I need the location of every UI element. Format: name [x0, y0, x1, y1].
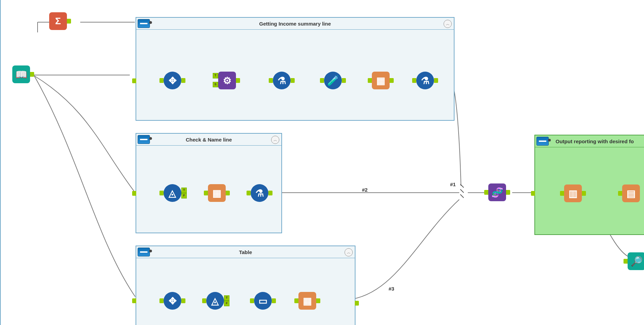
table-tool-icon[interactable]: ▦ — [298, 292, 316, 310]
input-anchor[interactable] — [624, 259, 628, 264]
filter-tool-icon[interactable]: ◬ T F — [206, 292, 224, 310]
input-anchor[interactable] — [560, 191, 564, 196]
output-anchor[interactable] — [291, 78, 295, 83]
output-anchor[interactable] — [30, 72, 34, 77]
container-input-anchor[interactable] — [132, 191, 136, 196]
beaker-icon: 🧪 — [327, 75, 339, 86]
flask-icon: ⚗ — [421, 75, 430, 86]
container-input-anchor[interactable] — [132, 78, 136, 83]
false-output-tag[interactable]: F — [224, 301, 229, 306]
input-anchor[interactable] — [250, 298, 254, 303]
input-anchor[interactable] — [368, 78, 372, 83]
output-anchor[interactable] — [268, 191, 272, 195]
data-cleansing-tool-icon[interactable]: 🧪 — [324, 72, 342, 89]
filter-icon: ◬ — [169, 188, 176, 199]
input-anchor[interactable] — [159, 191, 164, 195]
layout-tool-icon[interactable]: ▥ — [564, 184, 582, 202]
sort-icon: ▭ — [258, 295, 267, 307]
container-title-text: Table — [239, 249, 252, 255]
input-anchor[interactable] — [484, 190, 488, 195]
container-output-anchor[interactable] — [355, 301, 359, 306]
render-tool-icon[interactable]: ▤ — [622, 184, 640, 202]
container-title-text: Getting Income summary line — [259, 21, 331, 27]
output-anchor[interactable] — [236, 78, 240, 83]
union-tool-icon[interactable]: 🧬 — [488, 183, 506, 201]
container-title-text: Check & Name line — [186, 137, 232, 143]
output-anchor[interactable] — [434, 78, 438, 83]
table-icon: ▦ — [303, 295, 312, 307]
move-icon: ✥ — [169, 75, 177, 86]
container-table[interactable]: Table ︿ ✥ ◬ T F ▭ ▦ — [136, 246, 355, 325]
flask-icon: ⚗ — [255, 188, 264, 199]
collapse-button[interactable]: ︿ — [444, 20, 452, 28]
container-title-text: Output reporting with desired fo — [556, 138, 634, 144]
input-anchor[interactable] — [202, 298, 206, 303]
container-income-summary[interactable]: Getting Income summary line ︿ ✥ ⚙ T S ⚗ … — [136, 17, 454, 121]
chevron-up-icon: ︿ — [446, 21, 450, 27]
input-anchor[interactable] — [247, 191, 251, 195]
container-title: Check & Name line — [136, 134, 281, 146]
union-input-label-2: #2 — [362, 187, 368, 193]
output-anchor[interactable] — [67, 19, 71, 24]
true-output-tag[interactable]: T — [181, 188, 187, 193]
formula-tool-2-icon[interactable]: ⚗ — [416, 72, 434, 89]
container-output-reporting[interactable]: Output reporting with desired fo ▥ ▤ — [534, 135, 644, 235]
left-ruler — [0, 0, 1, 325]
layout-icon: ▥ — [569, 188, 577, 199]
flask-icon: ⚗ — [278, 75, 286, 86]
select-tool-icon[interactable]: ✥ — [164, 292, 181, 310]
container-title: Table — [136, 246, 355, 258]
output-anchor[interactable] — [226, 191, 230, 195]
table-icon: ▦ — [212, 188, 221, 199]
container-input-anchor[interactable] — [132, 298, 136, 303]
container-title: Getting Income summary line — [136, 18, 454, 30]
output-anchor[interactable] — [316, 298, 320, 303]
join-tool-icon[interactable]: ⚙ T S — [218, 72, 236, 89]
book-icon: 📖 — [15, 69, 27, 80]
summarize-tool-icon[interactable]: Σ — [49, 12, 67, 30]
edit-icon: ▤ — [627, 188, 635, 199]
input-data-tool-icon[interactable]: 📖 — [12, 65, 30, 83]
input-anchor[interactable] — [618, 191, 622, 196]
output-anchor[interactable] — [181, 78, 185, 83]
collapse-button[interactable]: ︿ — [345, 248, 353, 256]
input-anchor[interactable] — [159, 298, 164, 303]
input-anchor[interactable] — [204, 191, 208, 195]
formula-tool-icon[interactable]: ⚗ — [251, 184, 268, 202]
union-input-label-1: #1 — [450, 181, 456, 187]
input-anchor[interactable] — [159, 78, 164, 83]
container-input-anchor[interactable] — [531, 191, 535, 196]
top-input-tag[interactable]: T — [213, 73, 218, 78]
input-anchor[interactable] — [412, 78, 416, 83]
formula-tool-icon[interactable]: ⚗ — [273, 72, 291, 89]
true-output-tag[interactable]: T — [224, 295, 229, 301]
output-anchor[interactable] — [181, 298, 185, 303]
filter-tool-icon[interactable]: ◬ T F — [164, 184, 181, 202]
workflow-canvas[interactable]: Σ 📖 Getting Income summary line ︿ ✥ ⚙ T … — [0, 0, 644, 325]
table-tool-icon[interactable]: ▦ — [208, 184, 226, 202]
source-input-tag[interactable]: S — [213, 82, 218, 87]
union-input-label-3: #3 — [389, 286, 394, 292]
container-check-name[interactable]: Check & Name line ︿ ◬ T F ▦ ⚗ — [136, 133, 282, 233]
false-output-tag[interactable]: F — [181, 193, 187, 198]
output-anchor[interactable] — [582, 191, 586, 196]
output-anchor[interactable] — [390, 78, 394, 83]
input-anchor[interactable] — [269, 78, 273, 83]
select-tool-icon[interactable]: ✥ — [164, 72, 181, 89]
sigma-icon: Σ — [55, 16, 61, 27]
chevron-up-icon: ︿ — [347, 250, 351, 255]
input-anchor[interactable] — [320, 78, 324, 83]
collapse-button[interactable]: ︿ — [271, 136, 279, 144]
move-icon: ✥ — [169, 295, 177, 307]
container-title: Output reporting with desired fo — [535, 135, 644, 147]
binoculars-icon: 🔎 — [631, 256, 643, 267]
output-anchor[interactable] — [342, 78, 346, 83]
table-tool-icon[interactable]: ▦ — [372, 72, 390, 89]
output-anchor[interactable] — [272, 298, 276, 303]
output-anchor[interactable] — [506, 190, 510, 195]
browse-tool-icon[interactable]: 🔎 — [628, 252, 644, 270]
gears-icon: ⚙ — [223, 75, 232, 86]
table-icon: ▦ — [376, 75, 385, 86]
input-anchor[interactable] — [294, 298, 298, 303]
sort-tool-icon[interactable]: ▭ — [254, 292, 272, 310]
